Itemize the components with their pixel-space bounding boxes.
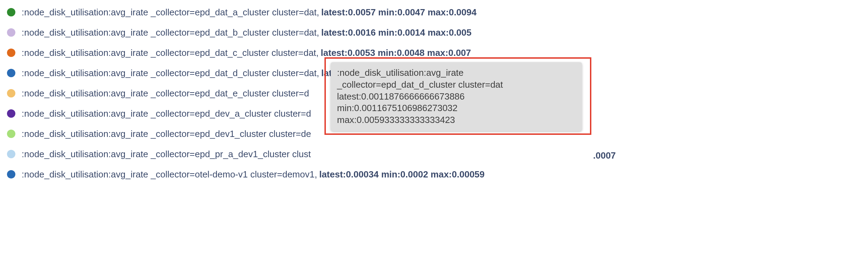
legend-stats: latest:0.0057 min:0.0047 max:0.0094 xyxy=(321,7,477,18)
legend-metric-label: :node_disk_utilisation:avg_irate _collec… xyxy=(22,27,319,38)
legend-metric-label: :node_disk_utilisation:avg_irate _collec… xyxy=(22,129,311,139)
legend-stats: latest:0.00034 min:0.0002 max:0.00059 xyxy=(319,169,485,180)
series-swatch-icon xyxy=(7,150,15,158)
legend-item[interactable]: :node_disk_utilisation:avg_irate _collec… xyxy=(7,148,861,160)
series-swatch-icon xyxy=(7,49,15,57)
series-swatch-icon xyxy=(7,170,15,179)
tooltip-labels: _collector=epd_dat_d_cluster cluster=dat xyxy=(337,79,576,91)
tooltip-latest: latest:0.0011876666666673886 xyxy=(337,91,576,103)
legend-metric-label: :node_disk_utilisation:avg_irate _collec… xyxy=(22,108,311,119)
legend-metric-label: :node_disk_utilisation:avg_irate _collec… xyxy=(22,7,319,18)
series-swatch-icon xyxy=(7,89,15,97)
legend-container: :node_disk_utilisation:avg_irate _collec… xyxy=(0,0,868,262)
series-swatch-icon xyxy=(7,69,15,77)
legend-item[interactable]: :node_disk_utilisation:avg_irate _collec… xyxy=(7,6,861,18)
tooltip-metric-name: :node_disk_utilisation:avg_irate xyxy=(337,67,576,79)
tooltip-min: min:0.0011675106986273032 xyxy=(337,102,576,114)
legend-metric-label: :node_disk_utilisation:avg_irate _collec… xyxy=(22,88,309,99)
legend-stats: latest:0.0053 min:0.0048 max:0.007 xyxy=(321,48,471,58)
series-swatch-icon xyxy=(7,8,15,16)
legend-stats-clipped: .0007 xyxy=(593,150,616,161)
tooltip-max: max:0.005933333333333423 xyxy=(337,114,576,126)
legend-item[interactable]: :node_disk_utilisation:avg_irate _collec… xyxy=(7,168,861,180)
legend-metric-label: :node_disk_utilisation:avg_irate _collec… xyxy=(22,149,311,160)
legend-tooltip: :node_disk_utilisation:avg_irate _collec… xyxy=(331,62,582,131)
series-swatch-icon xyxy=(7,109,15,118)
legend-item[interactable]: :node_disk_utilisation:avg_irate _collec… xyxy=(7,47,861,59)
legend-metric-label: :node_disk_utilisation:avg_irate _collec… xyxy=(22,48,319,58)
legend-item[interactable]: :node_disk_utilisation:avg_irate _collec… xyxy=(7,27,861,38)
legend-metric-label: :node_disk_utilisation:avg_irate _collec… xyxy=(22,169,317,180)
legend-metric-label: :node_disk_utilisation:avg_irate _collec… xyxy=(22,68,319,79)
series-swatch-icon xyxy=(7,130,15,138)
series-swatch-icon xyxy=(7,28,15,37)
legend-stats: latest:0.0016 min:0.0014 max:0.005 xyxy=(321,27,472,38)
